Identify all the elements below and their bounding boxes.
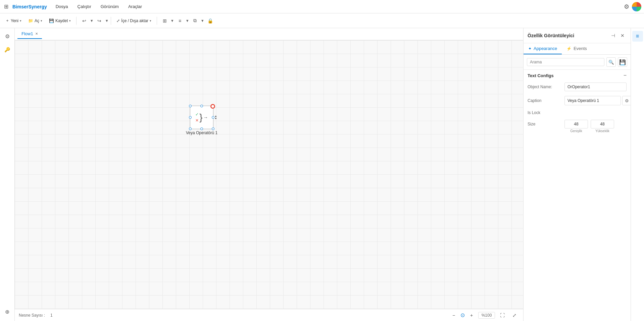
tab-events[interactable]: ⚡ Events <box>562 43 592 54</box>
save-chevron: ▾ <box>69 19 71 22</box>
app-grid-icon[interactable]: ⊞ <box>3 2 10 11</box>
size-width-label: Genişlik <box>570 129 582 133</box>
status-bar: Nesne Sayısı : 1 − ⊙ + %100 ⛶ ⤢ <box>15 309 523 321</box>
is-lock-row: Is Lock <box>528 110 627 115</box>
menu-araclar[interactable]: Araçlar <box>125 3 145 10</box>
undo-button[interactable]: ↩ <box>79 16 89 26</box>
canvas-area: Flow1 ✕ <box>15 28 523 321</box>
app-logo <box>632 2 641 11</box>
or-arrow-icon: → <box>203 115 208 120</box>
node-content: ✓ ✕ } → <box>195 112 208 123</box>
app-title: BimserSynergy <box>12 4 47 9</box>
size-width-group: Genişlik <box>564 120 588 133</box>
search-button[interactable]: 🔍 <box>606 57 616 67</box>
save-button[interactable]: 💾 Kaydet ▾ <box>46 17 73 24</box>
node-status-dot <box>211 105 214 108</box>
lock-button[interactable]: 🔒 <box>205 16 215 26</box>
tab-bar: Flow1 ✕ <box>15 28 523 40</box>
size-height-label: Yükseklik <box>595 129 609 133</box>
tab-flow1-close[interactable]: ✕ <box>35 32 38 36</box>
tab-flow1[interactable]: Flow1 ✕ <box>17 29 42 39</box>
redo-button[interactable]: ↪ <box>94 16 104 26</box>
open-button[interactable]: 📁 Aç ▾ <box>26 17 45 24</box>
size-height-input[interactable] <box>591 120 614 128</box>
handle-bot-left[interactable] <box>189 127 192 130</box>
copy-button[interactable]: ⧉ <box>190 16 200 26</box>
copy-chevron[interactable]: ▾ <box>201 18 204 23</box>
sidebar-tools-icon[interactable]: ⚙ <box>2 31 13 42</box>
handle-top-mid[interactable] <box>200 105 203 107</box>
undo-chevron[interactable]: ▾ <box>91 18 93 23</box>
canvas[interactable]: ✓ ✕ } → Veya Operatörü 1 <box>15 40 523 309</box>
size-row: Size Genişlik Yükseklik <box>528 120 627 133</box>
menu-gorunum[interactable]: Görünüm <box>97 3 122 10</box>
size-label: Size <box>528 120 564 126</box>
zoom-fullscreen-button[interactable]: ⤢ <box>510 311 519 320</box>
zoom-out-button[interactable]: − <box>450 311 458 319</box>
configs-collapse-button[interactable]: − <box>624 72 627 78</box>
open-icon: 📁 <box>28 18 33 23</box>
redo-chevron[interactable]: ▾ <box>106 18 108 23</box>
caption-value-wrapper: ⚙ <box>564 96 631 105</box>
object-name-label: Object Name: <box>528 85 564 89</box>
object-name-row: Object Name: <box>528 83 627 91</box>
panel-header-actions: ⊣ ✕ <box>609 32 627 40</box>
open-chevron: ▾ <box>41 19 42 22</box>
tab-flow1-label: Flow1 <box>21 31 33 36</box>
or-brace-icon: } <box>199 113 202 122</box>
handle-mid-left[interactable] <box>189 116 192 119</box>
sidebar-bottom-icon[interactable]: ⊕ <box>2 306 13 317</box>
far-sidebar-properties-icon[interactable]: ≡ <box>632 31 643 42</box>
new-button[interactable]: ＋ Yeni ▾ <box>3 16 24 25</box>
handle-bot-right[interactable] <box>212 127 214 130</box>
handle-top-left[interactable] <box>189 105 192 107</box>
zoom-display[interactable]: %100 <box>478 312 495 319</box>
object-name-input[interactable] <box>564 83 627 91</box>
size-width-input[interactable] <box>564 120 588 128</box>
caption-input[interactable] <box>564 96 621 105</box>
panel-header: Özellik Görüntüleyici ⊣ ✕ <box>524 28 631 43</box>
top-bar: ⊞ BimserSynergy Dosya Çalıştır Görünüm A… <box>0 0 644 13</box>
size-inputs: Genişlik Yükseklik <box>564 120 614 133</box>
or-operator-node[interactable]: ✓ ✕ } → Veya Operatörü 1 <box>186 106 217 135</box>
export-chevron: ▾ <box>150 19 151 22</box>
panel-close-button[interactable]: ✕ <box>618 32 627 40</box>
left-sidebar: ⚙ 🔑 ⊕ <box>0 28 15 321</box>
panel-save-button[interactable]: 💾 <box>618 57 627 67</box>
layout-chevron[interactable]: ▾ <box>186 18 189 23</box>
toolbar-sep-2 <box>111 17 111 25</box>
tab-appearance[interactable]: ✦ Appearance <box>524 43 562 54</box>
size-height-group: Yükseklik <box>591 120 614 133</box>
search-input[interactable] <box>527 58 604 66</box>
grid-button[interactable]: ⊞ <box>160 16 170 26</box>
zoom-fit-button[interactable]: ⛶ <box>498 311 507 320</box>
menu-calistir[interactable]: Çalıştır <box>74 3 95 10</box>
appearance-tab-label: Appearance <box>534 46 557 51</box>
menu-dosya[interactable]: Dosya <box>52 3 71 10</box>
node-label: Veya Operatörü 1 <box>186 130 217 135</box>
handle-bot-mid[interactable] <box>200 127 203 130</box>
export-icon: ⤢ <box>116 18 120 23</box>
object-count-label: Nesne Sayısı : <box>19 313 45 318</box>
node-side-connector <box>215 116 216 119</box>
connector-dot-2 <box>215 118 216 119</box>
layout-button[interactable]: ≡ <box>175 16 185 26</box>
zoom-in-button[interactable]: + <box>467 311 476 319</box>
export-button[interactable]: ⤢ İçe / Dışa aktar ▾ <box>114 17 154 24</box>
grid-chevron[interactable]: ▾ <box>171 18 174 23</box>
right-panel: Özellik Görüntüleyici ⊣ ✕ ✦ Appearance ⚡… <box>523 28 631 321</box>
settings-icon[interactable]: ⚙ <box>624 3 629 10</box>
sidebar-keys-icon[interactable]: 🔑 <box>2 44 13 55</box>
status-controls: − ⊙ + %100 ⛶ ⤢ <box>450 311 519 320</box>
zoom-center-icon[interactable]: ⊙ <box>460 312 465 318</box>
node-box[interactable]: ✓ ✕ } → <box>190 106 213 129</box>
or-x-icon: ✕ <box>195 118 199 123</box>
configs-header: Text Configs − <box>528 72 627 78</box>
caption-edit-button[interactable]: ⚙ <box>622 96 631 105</box>
text-configs-section: Text Configs − Object Name: Caption ⚙ <box>524 70 631 140</box>
handle-mid-right[interactable] <box>212 116 214 119</box>
caption-row: Caption ⚙ <box>528 96 627 105</box>
panel-title: Özellik Görüntüleyici <box>528 33 574 38</box>
panel-pin-button[interactable]: ⊣ <box>609 32 617 40</box>
caption-label: Caption <box>528 98 564 103</box>
